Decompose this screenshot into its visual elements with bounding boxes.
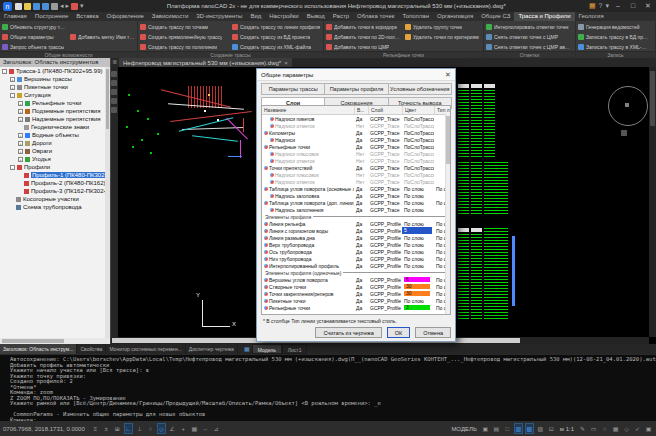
snap-icon-7[interactable]: ▦: [190, 423, 199, 434]
table-row-7[interactable]: Точки препятствийДаGCPP_TraceПоСлоТрассы: [262, 164, 450, 171]
status-right-icon-3[interactable]: ▦: [611, 423, 620, 434]
doc-menu-icon[interactable]: ≣: [110, 58, 119, 67]
tree-expand-box[interactable]: -: [10, 93, 15, 98]
ribbon-tab-9[interactable]: Растр: [329, 12, 353, 21]
tree-item-5[interactable]: +Подземные препятствия: [0, 107, 110, 115]
view-icon-3[interactable]: ▨: [536, 423, 545, 434]
ribbon-tab-3[interactable]: Оформление: [103, 12, 148, 21]
snap-icon-3[interactable]: ○: [146, 423, 155, 434]
tree-item-13[interactable]: Профиль-1 (ПК480-ПК302+95.99) (текущий а…: [0, 171, 110, 179]
tree-vertical-scrollbar[interactable]: [105, 67, 110, 338]
tree-item-16[interactable]: Косогорные участки: [0, 195, 110, 203]
table-header-cell-0[interactable]: Название: [262, 106, 354, 114]
status-right-icon-4[interactable]: ◇: [622, 423, 631, 434]
ribbon-button-2-1-1[interactable]: Удалить точки по критериям: [405, 32, 481, 41]
snap-icon-5[interactable]: ∠: [168, 423, 177, 434]
ribbon-button-0-0-1[interactable]: Общие параметры: [2, 32, 67, 41]
tree-item-4[interactable]: +Рельефные точки: [0, 99, 110, 107]
strip-icon-1[interactable]: [111, 80, 117, 86]
ribbon-button-1-1-1[interactable]: Создать трассу из БД проекта: [232, 32, 321, 41]
tree-item-12[interactable]: -Профили: [0, 163, 110, 171]
table-scrollbar[interactable]: [445, 114, 450, 314]
panel-tab-3[interactable]: Диспетчер чертежа: [186, 344, 238, 354]
ribbon-tab-7[interactable]: Настройки: [265, 12, 302, 21]
ribbon-tab-13[interactable]: Общие СЗ: [477, 12, 514, 21]
strip-icon-4[interactable]: [111, 107, 117, 113]
table-row-11[interactable]: Надпись заголовкаДаGCPP_TraceПо слою: [262, 192, 450, 199]
ribbon-button-1-1-2[interactable]: Создать трассу из XML-файла: [232, 42, 321, 51]
ribbon-button-1-0-2[interactable]: Создать трассу по полилинии: [140, 42, 229, 51]
app-logo-icon[interactable]: n: [3, 2, 12, 11]
strip-icon-2[interactable]: [111, 89, 117, 95]
table-row-9[interactable]: Надписи отметокНетGCPP_TraceПоСлоТрассы: [262, 178, 450, 185]
dialog-tab-0-1[interactable]: Параметры профиля: [324, 83, 388, 95]
table-row-4[interactable]: Рельефные точкиДаGCPP_TraceПоСлоТрассы: [262, 143, 450, 150]
ribbon-button-1-0-0[interactable]: Создать трассу по точкам: [140, 22, 229, 31]
drawing-vertical-scrollbar[interactable]: [649, 67, 656, 337]
tree-item-7[interactable]: Геодезические знаки: [0, 123, 110, 131]
table-row-25[interactable]: Точки закрепления/реперовДаGCPP_Profile3…: [262, 290, 450, 297]
maximize-button[interactable]: □: [627, 1, 639, 11]
ribbon-tab-0[interactable]: Главная: [0, 12, 31, 21]
redo-icon[interactable]: ▸: [66, 2, 70, 10]
model-tab-1[interactable]: Лист1: [282, 344, 308, 354]
tree-item-11[interactable]: +Угодья: [0, 155, 110, 163]
cancel-button[interactable]: Отмена: [415, 327, 451, 338]
tree-expand-box[interactable]: +: [18, 141, 23, 146]
table-row-16[interactable]: Линия с горизонтом водыДаGCPP_Profile5По…: [262, 227, 450, 234]
ribbon-tab-14[interactable]: Трасса и Профили: [514, 12, 574, 21]
mode-icon-1[interactable]: ▤: [492, 423, 501, 434]
help-button[interactable]: ?: [599, 2, 603, 10]
table-row-2[interactable]: КилометрыДаGCPP_TraceПоСлоТрассы: [262, 129, 450, 136]
table-row-21[interactable]: Интерполированный профильДаGCPP_ProfileП…: [262, 262, 450, 269]
ribbon-button-3-0-2[interactable]: Снять отметки точек с ЦМР автом.: [486, 42, 570, 51]
minimize-button[interactable]: –: [612, 1, 624, 11]
new-file-icon[interactable]: [15, 3, 22, 10]
ribbon-tab-5[interactable]: 3D-инструменты: [192, 12, 246, 21]
tree-item-14[interactable]: Профиль-2 (ПК480-ПК162): [0, 179, 110, 187]
document-tab[interactable]: Нефтепровод магистральный 530 мм (+изыск…: [119, 58, 292, 67]
status-left-icon-1[interactable]: ±: [102, 423, 111, 434]
snap-icon-0[interactable]: ⊞: [113, 423, 122, 434]
help-dropdown-icon[interactable]: ▾: [605, 2, 609, 10]
tree-item-10[interactable]: +Овраги: [0, 147, 110, 155]
ribbon-button-1-1-0[interactable]: Создать трассу по линии профиля: [232, 22, 321, 31]
ribbon-button-2-0-2[interactable]: Добавить точки по ЦМР: [326, 42, 402, 51]
tree-expand-box[interactable]: +: [18, 149, 23, 154]
snap-icon-9[interactable]: ⊿: [212, 423, 221, 434]
table-row-24[interactable]: Створные точкиДаGCPP_Profile30По слою: [262, 283, 450, 290]
snap-icon-4[interactable]: ◇: [157, 423, 166, 434]
read-from-drawing-button[interactable]: Считать из чертежа: [315, 327, 381, 338]
status-right-icon-6[interactable]: ▣: [644, 423, 653, 434]
snap-icon-6[interactable]: +: [179, 423, 188, 434]
ribbon-button-4-0-1[interactable]: Записать трассу в БД проекта: [578, 32, 650, 41]
tree-item-8[interactable]: +Водные объекты: [0, 131, 110, 139]
snap-icon-8[interactable]: ↔: [201, 423, 210, 434]
view-icon-2[interactable]: ▧: [525, 423, 534, 434]
command-line[interactable]: Автосохранение: C:\Users\borschev\AppDat…: [0, 354, 656, 421]
ribbon-tab-10[interactable]: Облака точек: [353, 12, 398, 21]
save-all-icon[interactable]: [42, 3, 49, 10]
table-row-0[interactable]: Надписи пикетовДаGCPP_TraceПоСлоТрассы: [262, 115, 450, 122]
ok-button[interactable]: ОК: [387, 327, 410, 338]
ribbon-tab-2[interactable]: Вставка: [72, 12, 102, 21]
tree-item-17[interactable]: Схема трубопровода: [0, 203, 110, 211]
ribbon-tab-15[interactable]: Геология: [575, 12, 608, 21]
tree-expand-box[interactable]: -: [2, 69, 7, 74]
plot-icon[interactable]: [71, 3, 78, 10]
panel-tab-2[interactable]: Монитор системных перемен...: [106, 344, 185, 354]
table-row-18[interactable]: Верх трубопроводаДаGCPP_ProfileПо слоюПо…: [262, 241, 450, 248]
table-row-27[interactable]: Рельефные точкиДаGCPP_Profile3По слою: [262, 304, 450, 311]
tree-item-2[interactable]: +Пикетные точки: [0, 83, 110, 91]
table-row-10[interactable]: Таблица углов поворота (основные линии)Д…: [262, 185, 450, 192]
ribbon-button-2-0-1[interactable]: Добавить точки по 2D-полилиниям: [326, 32, 402, 41]
ribbon-button-1-0-1[interactable]: Создать прямолинейную трассу: [140, 32, 229, 41]
tree-item-1[interactable]: +Вершины трассы: [0, 75, 110, 83]
tree-item-0[interactable]: -Трасса-1 (ПК480-ПК302+95.99): [0, 67, 110, 75]
strip-icon-0[interactable]: [111, 71, 117, 77]
ribbon-tab-8[interactable]: Вывод: [303, 12, 329, 21]
table-row-1[interactable]: Надписи отметокНетGCPP_TraceПоСлоТрассы: [262, 122, 450, 129]
table-row-26[interactable]: Пикетные точкиДаGCPP_ProfileПо слоюПо сл…: [262, 297, 450, 304]
ribbon-button-4-0-2[interactable]: Записать трассу в XML-файл: [578, 42, 650, 51]
table-row-19[interactable]: Ось трубопроводаДаGCPP_ProfileПо слоюПо …: [262, 248, 450, 255]
